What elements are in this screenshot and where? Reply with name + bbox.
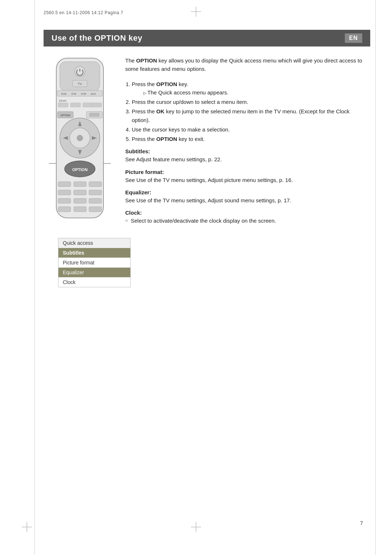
svg-rect-35: [89, 190, 102, 195]
step-4: Use the cursor keys to make a selection.: [132, 125, 368, 134]
menu-item-clock[interactable]: Clock: [58, 278, 130, 287]
svg-text:DVD: DVD: [61, 93, 67, 95]
page-meta: 2560.5 en 14-11-2006 14:12 Pagina 7: [44, 10, 123, 15]
svg-rect-14: [70, 103, 81, 107]
svg-text:OPTION: OPTION: [61, 114, 70, 117]
intro-paragraph: The OPTION key allows you to display the…: [125, 56, 368, 73]
svg-rect-40: [74, 207, 86, 212]
option-bold-step1: OPTION: [156, 81, 177, 87]
equalizer-body: See Use of the TV menu settings, Adjust …: [125, 196, 368, 204]
section-equalizer: Equalizer See Use of the TV menu setting…: [125, 189, 368, 204]
menu-item-quick-access: Quick access: [58, 238, 130, 248]
menu-item-picture-format[interactable]: Picture format: [58, 258, 130, 268]
page-number: 7: [360, 520, 363, 526]
svg-text:AUX: AUX: [91, 93, 96, 95]
subtitles-title: Subtitles: [125, 148, 368, 154]
svg-point-27: [77, 135, 83, 141]
steps-list: Press the OPTION key. The Quick access m…: [132, 80, 368, 143]
ok-bold-step3: OK: [156, 108, 165, 114]
lang-badge: EN: [345, 33, 362, 43]
remote-control-svg: TV DVD STB VCR AUX DEMO OPTION OPTION: [47, 56, 113, 234]
right-rule: [375, 0, 376, 555]
svg-text:VCR: VCR: [81, 93, 86, 95]
equalizer-title: Equalizer: [125, 189, 368, 195]
svg-rect-20: [89, 113, 99, 117]
step-1-sub: The Quick access menu appears.: [143, 88, 368, 97]
picture-format-body: See Use of the TV menu settings, Adjust …: [125, 176, 368, 184]
svg-rect-16: [91, 103, 102, 107]
svg-rect-30: [58, 182, 71, 187]
remote-control-area: TV DVD STB VCR AUX DEMO OPTION OPTION: [44, 56, 116, 234]
section-subtitles: Subtitles See Adjust feature menu settin…: [125, 148, 368, 163]
quick-access-menu: Quick access Subtitles Picture format Eq…: [58, 238, 131, 287]
title-banner: Use of the OPTION key EN: [44, 30, 370, 46]
crosshair-bottom-center: [191, 522, 201, 533]
svg-rect-13: [58, 103, 68, 107]
svg-text:TV: TV: [78, 82, 82, 86]
left-rule: [34, 0, 35, 555]
svg-rect-39: [58, 207, 71, 212]
picture-format-title: Picture format: [125, 169, 368, 175]
step-1: Press the OPTION key. The Quick access m…: [132, 80, 368, 97]
section-clock: Clock Select to activate/deactivate the …: [125, 210, 368, 225]
svg-rect-34: [74, 190, 86, 195]
option-bold-step5: OPTION: [156, 136, 177, 142]
svg-text:OPTION: OPTION: [72, 167, 87, 172]
svg-rect-41: [89, 207, 102, 212]
clock-body: Select to activate/deactivate the clock …: [125, 216, 368, 225]
svg-text:DEMO: DEMO: [59, 100, 67, 102]
section-picture-format: Picture format See Use of the TV menu se…: [125, 169, 368, 184]
step-2: Press the cursor up/down to select a men…: [132, 98, 368, 106]
step-5: Press the OPTION key to exit.: [132, 135, 368, 143]
step-3: Press the OK key to jump to the selected…: [132, 107, 368, 124]
crosshair-bottom-left: [22, 522, 32, 533]
clock-title: Clock: [125, 210, 368, 216]
svg-rect-33: [58, 190, 71, 195]
svg-text:STB: STB: [71, 93, 76, 95]
svg-rect-37: [74, 198, 86, 203]
subtitles-body: See Adjust feature menu settings, p. 22.: [125, 155, 368, 163]
page-title: Use of the OPTION key: [52, 33, 142, 43]
svg-rect-31: [74, 182, 86, 187]
svg-rect-38: [89, 198, 102, 203]
svg-rect-32: [89, 182, 102, 187]
option-bold-intro: OPTION: [136, 57, 157, 64]
main-content: The OPTION key allows you to display the…: [125, 56, 368, 230]
crosshair-top: [191, 7, 201, 17]
menu-item-equalizer[interactable]: Equalizer: [58, 268, 130, 278]
menu-item-subtitles[interactable]: Subtitles: [58, 248, 130, 258]
svg-rect-36: [58, 198, 71, 203]
